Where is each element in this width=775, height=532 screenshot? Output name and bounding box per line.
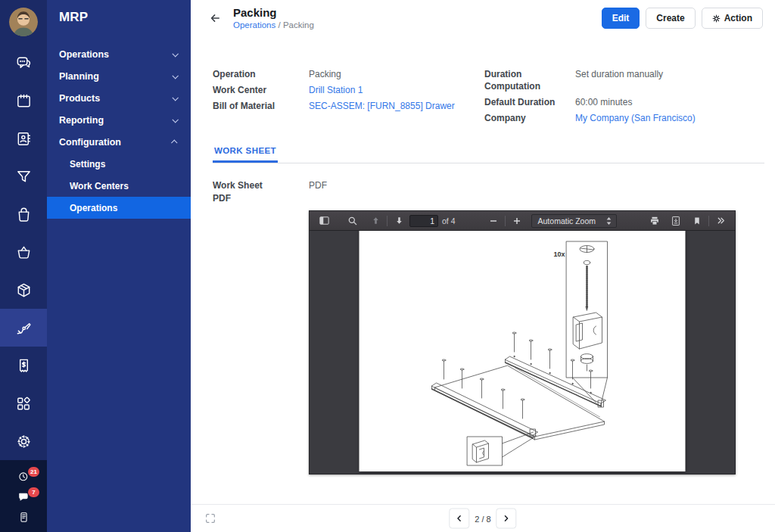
header-actions: Edit Create Action: [602, 8, 763, 29]
sidebar-item-configuration[interactable]: Configuration: [47, 131, 191, 153]
field-worksheet-pdf: Work Sheet PDF PDF: [213, 179, 764, 205]
app-contacts[interactable]: [0, 120, 47, 157]
sidebar-subitem-settings[interactable]: Settings: [47, 153, 191, 175]
sidebar-item-operations[interactable]: Operations: [47, 43, 191, 65]
pdf-more-tools-button[interactable]: [712, 213, 729, 229]
breadcrumb-current: Packing: [283, 20, 314, 30]
funnel-icon: [15, 168, 33, 185]
sidebar-toggle-icon: [319, 215, 330, 226]
sidebar-subitem-operations[interactable]: Operations: [47, 197, 191, 219]
sidebar-item-reporting[interactable]: Reporting: [47, 109, 191, 131]
pdf-bookmark-button[interactable]: [689, 213, 705, 229]
device-button[interactable]: [0, 507, 47, 527]
app-point-of-sale[interactable]: [0, 233, 47, 271]
arrow-down-icon: [394, 216, 404, 226]
app-dashboards[interactable]: [0, 384, 47, 422]
company-link[interactable]: My Company (San Francisco): [575, 112, 696, 124]
pdf-zoom-in-button[interactable]: [509, 213, 525, 229]
chevron-down-icon: [172, 73, 178, 79]
chevron-down-icon: [172, 117, 178, 123]
activities-button[interactable]: 21: [0, 466, 47, 487]
avatar-image: [9, 8, 38, 36]
pager-counter: 2 / 8: [475, 514, 490, 523]
form-view: Operation Packing Work Center Drill Stat…: [191, 36, 775, 504]
app-invoicing[interactable]: [0, 347, 47, 384]
toolbar-separator: [505, 216, 506, 226]
app-settings[interactable]: [0, 422, 47, 460]
pdf-viewer: of 4 Automatic Zoom: [309, 210, 736, 474]
edit-button[interactable]: Edit: [602, 8, 640, 29]
page-title: Packing: [233, 6, 314, 20]
bom-link[interactable]: SEC-ASSEM: [FURN_8855] Drawer: [309, 100, 455, 112]
chevron-up-icon: [171, 139, 177, 145]
breadcrumb: Operations / Packing: [233, 20, 314, 30]
work-center-link[interactable]: Drill Station 1: [309, 84, 363, 96]
app-crm[interactable]: [0, 157, 47, 195]
action-button[interactable]: Action: [702, 8, 763, 29]
pager-next-button[interactable]: [496, 509, 517, 529]
breadcrumb-operations-link[interactable]: Operations: [233, 20, 275, 30]
rail-bottom-tray: 21 7: [0, 460, 47, 532]
arrow-left-icon: [208, 11, 222, 25]
field-column-right: Duration Computation Set duration manual…: [484, 68, 764, 128]
record-pager: 2 / 8: [449, 509, 516, 529]
pdf-page-input[interactable]: [409, 215, 438, 227]
pdf-next-page-button[interactable]: [391, 213, 407, 229]
pdf-page-count: of 4: [442, 216, 456, 226]
app-sales[interactable]: [0, 195, 47, 233]
pdf-zoom-select[interactable]: Automatic Zoom: [531, 214, 617, 228]
pdf-search-button[interactable]: [344, 213, 361, 229]
pdf-zoom-out-button[interactable]: [485, 213, 502, 229]
notebook-tabs: WORK SHEET: [213, 146, 764, 163]
menu-list: Operations Planning Products Reporting C…: [47, 43, 191, 219]
app-title: MRP: [47, 0, 191, 25]
printer-icon: [649, 216, 660, 226]
user-avatar[interactable]: [0, 0, 47, 44]
app-window: 21 7 MRP Operations: [0, 0, 775, 532]
apps-grid-icon: [15, 395, 33, 412]
operation-value: Packing: [309, 68, 341, 80]
address-book-icon: [15, 130, 33, 148]
main-panel: Packing Operations / Packing Edit Create…: [191, 0, 775, 532]
app-discuss[interactable]: [0, 44, 47, 82]
tablet-icon: [17, 511, 30, 524]
shopping-bag-icon: [15, 206, 33, 223]
sidebar-item-planning[interactable]: Planning: [47, 65, 191, 87]
bookmark-icon: [693, 216, 702, 226]
fullscreen-button[interactable]: [203, 511, 218, 526]
chat-bubble-icon: [15, 54, 33, 72]
breadcrumb-separator: /: [278, 20, 280, 30]
pdf-prev-page-button[interactable]: [367, 213, 384, 229]
pager-previous-button[interactable]: [449, 509, 469, 529]
app-calendar[interactable]: [0, 82, 47, 120]
basket-icon: [15, 244, 33, 261]
spinner-arrows-icon: [606, 217, 612, 225]
app-inventory[interactable]: [0, 271, 47, 309]
plus-icon: [512, 216, 521, 226]
app-manufacturing[interactable]: [0, 309, 47, 347]
pdf-sidebar-toggle-button[interactable]: [316, 213, 332, 229]
pdf-print-button[interactable]: [646, 213, 663, 229]
package-box-icon: [15, 282, 33, 299]
field-work-center: Work Center Drill Station 1: [213, 84, 484, 96]
pdf-toolbar: of 4 Automatic Zoom: [310, 211, 735, 231]
chevron-right-icon: [503, 515, 511, 523]
sidebar-item-products[interactable]: Products: [47, 87, 191, 109]
default-duration-value: 60:00 minutes: [575, 96, 632, 108]
search-icon: [347, 216, 358, 226]
back-button[interactable]: [204, 8, 226, 29]
tab-work-sheet[interactable]: WORK SHEET: [213, 146, 278, 163]
field-duration-computation: Duration Computation Set duration manual…: [484, 68, 764, 92]
gear-icon: [712, 14, 721, 23]
app-icon-rail: 21 7: [0, 0, 47, 532]
double-chevron-right-icon: [716, 216, 726, 226]
top-bar: Packing Operations / Packing Edit Create…: [191, 0, 775, 36]
field-operation: Operation Packing: [213, 68, 484, 80]
create-button[interactable]: Create: [646, 8, 695, 29]
sidebar-subitem-work-centers[interactable]: Work Centers: [47, 175, 191, 197]
pdf-download-button[interactable]: [668, 213, 684, 229]
pdf-canvas-area[interactable]: 10x: [310, 231, 735, 474]
fullscreen-icon: [204, 512, 216, 524]
messages-button[interactable]: 7: [0, 487, 47, 507]
chevron-down-icon: [172, 51, 178, 57]
